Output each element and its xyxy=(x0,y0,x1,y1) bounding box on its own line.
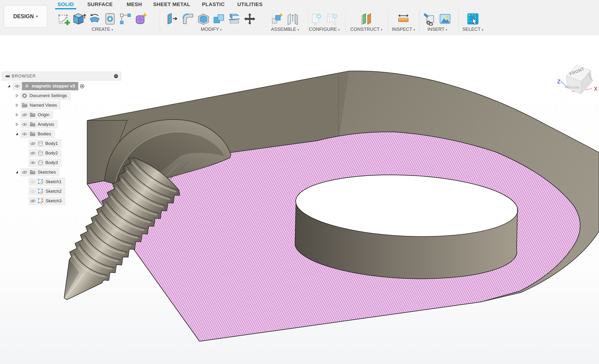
tab-solid[interactable]: SOLID xyxy=(56,1,75,8)
tree-item-label: Body2 xyxy=(45,151,58,156)
tree-row-analysis[interactable]: Analysis xyxy=(0,120,126,128)
construct-plane-icon[interactable] xyxy=(360,12,373,26)
expander-icon[interactable] xyxy=(15,94,18,97)
toolbar-group-label-insert[interactable]: INSERT ▾ xyxy=(428,27,447,32)
browser-collapse-icon[interactable]: ◀◀ xyxy=(5,74,9,78)
gear-icon xyxy=(22,93,27,98)
eye-icon[interactable] xyxy=(30,161,36,165)
viewcube-x-label: X xyxy=(594,86,598,92)
toolbar-group-label-modify[interactable]: MODIFY ▾ xyxy=(201,27,222,32)
toolbar-group-label-configure[interactable]: CONFIGURE ▾ xyxy=(309,27,340,32)
tree-row-body1[interactable]: Body1 xyxy=(0,139,126,148)
combine-icon[interactable] xyxy=(212,12,226,26)
tree-item-label: Named Views xyxy=(30,103,57,108)
eye-icon[interactable] xyxy=(14,84,20,88)
tree-row-named-views[interactable]: Named Views xyxy=(0,101,126,110)
toolbar-divider xyxy=(458,10,458,32)
eye-icon[interactable] xyxy=(22,113,27,117)
activate-component-radio[interactable] xyxy=(80,84,85,89)
form-icon[interactable] xyxy=(134,12,148,26)
eye-icon[interactable] xyxy=(30,199,36,203)
tree-item-label: Body3 xyxy=(45,160,58,165)
tree-row-body2[interactable]: Body2 xyxy=(0,149,126,157)
viewport-canvas[interactable]: FRONT BOTTOM RIGHT Z X ◀◀ BROWSER magnet… xyxy=(0,35,599,364)
select-icon[interactable] xyxy=(466,12,480,26)
hole-icon[interactable] xyxy=(103,12,117,26)
tree-item-label: Origin xyxy=(38,112,50,117)
tree-row-origin[interactable]: Origin xyxy=(0,110,126,119)
move-icon[interactable] xyxy=(243,12,256,26)
eye-icon[interactable] xyxy=(30,189,36,194)
chevron-down-icon: ▾ xyxy=(36,15,38,18)
expander-icon[interactable] xyxy=(15,132,18,135)
tree-row-bodies[interactable]: Bodies xyxy=(0,130,126,138)
toolbar-group-select: SELECT ▾ xyxy=(462,9,483,32)
configuration-icon[interactable] xyxy=(310,12,323,26)
design-menu-button[interactable]: DESIGN ▾ xyxy=(4,5,47,27)
eye-icon[interactable] xyxy=(22,170,27,174)
eye-icon[interactable] xyxy=(22,122,27,127)
measure-icon[interactable] xyxy=(397,12,410,26)
expander-icon[interactable] xyxy=(15,104,18,107)
toolbar-divider xyxy=(159,10,160,32)
tree-item-label: Body1 xyxy=(45,141,58,146)
expander-icon[interactable] xyxy=(15,113,18,116)
split-body-icon[interactable] xyxy=(228,12,241,26)
tree-item-label: Sketch3 xyxy=(45,198,62,203)
tree-root-component[interactable]: magnetic stopper v3 xyxy=(22,82,78,90)
tree-row-document-settings[interactable]: Document Settings xyxy=(0,92,126,100)
toolbar-divider xyxy=(388,10,388,32)
tree-row-sketches[interactable]: Sketches xyxy=(0,168,126,176)
tab-plastic[interactable]: PLASTIC xyxy=(201,1,226,8)
eye-icon[interactable] xyxy=(30,180,36,184)
configuration-table-icon[interactable] xyxy=(325,12,339,26)
toolbar-group-insert: INSERT ▾ xyxy=(423,9,452,32)
toolbar-group-label-select[interactable]: SELECT ▾ xyxy=(462,27,483,32)
tree-row-sketch2[interactable]: Sketch2 xyxy=(0,187,126,195)
tab-surface[interactable]: SURFACE xyxy=(86,1,114,8)
tree-item-label: Sketch1 xyxy=(45,179,62,184)
tree-row-sketch3[interactable]: Sketch3 xyxy=(0,197,126,205)
eye-icon[interactable] xyxy=(30,142,36,146)
toolbar-group-label-construct[interactable]: CONSTRUCT ▾ xyxy=(350,27,382,32)
insert-derive-icon[interactable] xyxy=(423,12,436,26)
fillet-icon[interactable] xyxy=(181,12,195,26)
tree-item-label: Bodies xyxy=(38,131,51,136)
tab-mesh[interactable]: MESH xyxy=(125,1,143,8)
toolbar-group-assemble: ASSEMBLE ▾ xyxy=(271,9,300,32)
toolbar-group-label-inspect[interactable]: INSPECT ▾ xyxy=(392,27,415,32)
browser-display-settings-icon[interactable] xyxy=(114,74,118,78)
toolbar-group-label-assemble[interactable]: ASSEMBLE ▾ xyxy=(271,27,299,32)
toolbar-group-inspect: INSPECT ▾ xyxy=(392,9,415,32)
expander-icon[interactable] xyxy=(15,170,18,174)
tree-item-label: Document Settings xyxy=(29,93,67,98)
toolbar: DESIGN ▾ SOLIDSURFACEMESHSHEET METALPLAS… xyxy=(0,0,599,35)
component-icon xyxy=(24,84,29,89)
expander-icon[interactable] xyxy=(7,85,10,88)
browser-tree: magnetic stopper v3Document SettingsName… xyxy=(0,82,126,206)
viewcube-z-label: Z xyxy=(557,78,561,85)
toolbar-divider xyxy=(308,10,308,32)
expander-icon[interactable] xyxy=(15,123,18,126)
eye-icon[interactable] xyxy=(30,151,36,155)
sketch-icon xyxy=(38,198,44,204)
folder-icon xyxy=(22,103,27,108)
eye-icon[interactable] xyxy=(22,132,27,136)
canvas-icon[interactable] xyxy=(438,12,452,26)
tree-row-body3[interactable]: Body3 xyxy=(0,158,126,167)
viewcube[interactable]: FRONT BOTTOM RIGHT Z X xyxy=(557,66,598,94)
toolbar-divider xyxy=(419,10,420,32)
joint-icon[interactable] xyxy=(286,12,300,26)
create-sketch-icon[interactable] xyxy=(57,12,70,26)
toolbar-group-label-create[interactable]: CREATE ▾ xyxy=(92,27,113,32)
revolve-icon[interactable] xyxy=(88,12,101,26)
press-pull-icon[interactable] xyxy=(166,12,179,26)
tree-row-sketch1[interactable]: Sketch1 xyxy=(0,178,126,186)
tab-utilities[interactable]: UTILITIES xyxy=(236,1,264,8)
toolbar-group-modify: MODIFY ▾ xyxy=(166,9,256,32)
tab-sheet-metal[interactable]: SHEET METAL xyxy=(152,1,192,8)
box-icon[interactable] xyxy=(72,12,86,26)
pattern-icon[interactable] xyxy=(119,12,132,26)
shell-icon[interactable] xyxy=(197,12,210,26)
design-menu-label: DESIGN xyxy=(13,13,34,20)
